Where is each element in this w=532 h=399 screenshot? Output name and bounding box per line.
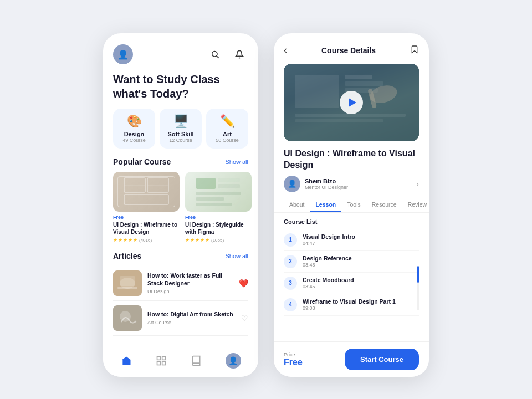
lesson-item-1[interactable]: 1 Visual Design Intro 04:47 xyxy=(284,229,419,251)
svg-rect-24 xyxy=(295,75,339,108)
scroll-indicator xyxy=(417,266,419,310)
greeting: Want to Study Class what's Today? xyxy=(103,70,258,109)
svg-rect-9 xyxy=(218,184,240,188)
article-item-1[interactable]: How to: Work faster as Full Stack Design… xyxy=(113,266,248,301)
right-header: ‹ Course Details xyxy=(274,33,429,64)
svg-rect-11 xyxy=(196,197,224,201)
articles-list: How to: Work faster as Full Stack Design… xyxy=(103,266,258,336)
greeting-title: Want to Study Class what's Today? xyxy=(113,72,248,101)
category-design[interactable]: 🎨 Design 49 Course xyxy=(113,109,155,149)
article-category-2: Art Course xyxy=(147,320,236,325)
svg-rect-4 xyxy=(124,195,168,204)
article-thumb-2 xyxy=(113,305,142,331)
lesson-info-2: Design Reference 03:45 xyxy=(303,255,352,268)
notification-icon[interactable] xyxy=(231,45,248,63)
tab-lesson[interactable]: Lesson xyxy=(310,198,341,212)
svg-line-1 xyxy=(217,56,219,58)
tab-about[interactable]: About xyxy=(284,198,310,212)
mentor-details: Shem Bizo Mentor UI Designer xyxy=(305,178,348,190)
left-phone: 👤 Want to Study Class what' xyxy=(103,33,258,377)
search-icon[interactable] xyxy=(206,45,224,63)
lesson-item-2[interactable]: 2 Design Reference 03:45 xyxy=(284,251,419,273)
scroll-thumb xyxy=(417,266,419,283)
articles-title: Articles xyxy=(113,252,141,260)
article-item-2[interactable]: How to: Digital Art from Sketch Art Cour… xyxy=(113,301,248,336)
course-card-2[interactable]: Free UI Design : Styleguide with Figma ★… xyxy=(185,172,252,243)
svg-point-0 xyxy=(212,52,217,57)
category-softskill[interactable]: 🖥️ Soft Skill 12 Course xyxy=(160,109,202,149)
header-icons xyxy=(206,45,248,63)
course-thumb-1 xyxy=(113,172,180,212)
article-like-2[interactable]: ♡ xyxy=(241,314,248,323)
category-art[interactable]: ✏️ Art 50 Course xyxy=(206,109,248,149)
course-stars-1: ★ ★ ★ ★ ★ (4016) xyxy=(113,237,180,243)
svg-rect-7 xyxy=(196,178,216,189)
bottom-nav: 👤 xyxy=(103,344,258,377)
lesson-duration-4: 09:03 xyxy=(303,305,396,311)
course-title-1: UI Design : Wireframe to Visual Design xyxy=(113,221,180,236)
mentor-avatar: 👤 xyxy=(284,176,300,192)
softskill-icon: 🖥️ xyxy=(164,114,197,129)
tab-review[interactable]: Review xyxy=(402,198,429,212)
user-avatar[interactable]: 👤 xyxy=(113,44,133,64)
course-badge-2: Free xyxy=(185,214,252,220)
design-count: 49 Course xyxy=(117,137,151,143)
tab-resource[interactable]: Resource xyxy=(366,198,402,212)
article-title-1: How to: Work faster as Full Stack Design… xyxy=(147,272,233,287)
svg-rect-19 xyxy=(157,356,160,360)
lesson-num-1: 1 xyxy=(284,233,297,247)
right-phone: ‹ Course Details xyxy=(274,33,429,377)
svg-rect-29 xyxy=(295,119,383,122)
lesson-info-3: Create Moodboard 03:45 xyxy=(303,277,354,289)
popular-section-header: Popular Course Show all xyxy=(103,157,258,172)
lesson-num-2: 2 xyxy=(284,255,297,268)
course-stars-2: ★ ★ ★ ★ ★ (1055) xyxy=(185,237,252,243)
lesson-num-4: 4 xyxy=(284,298,297,311)
lesson-info-1: Visual Design Intro 04:47 xyxy=(303,233,355,246)
articles-section-header: Articles Show all xyxy=(103,252,258,266)
lesson-item-4[interactable]: 4 Wireframe to Visual Design Part 1 09:0… xyxy=(284,294,419,316)
course-list-section: Course List 1 Visual Design Intro 04:47 … xyxy=(274,218,429,316)
svg-rect-8 xyxy=(218,178,240,182)
play-button[interactable] xyxy=(340,91,363,114)
svg-rect-2 xyxy=(124,178,145,192)
lesson-title-2: Design Reference xyxy=(303,255,352,262)
mentor-name: Shem Bizo xyxy=(305,178,348,185)
nav-book[interactable] xyxy=(186,353,206,369)
course-card-1[interactable]: Free UI Design : Wireframe to Visual Des… xyxy=(113,172,180,243)
popular-show-all[interactable]: Show all xyxy=(225,158,248,165)
price-value: Free xyxy=(284,357,345,367)
lesson-title-3: Create Moodboard xyxy=(303,277,354,283)
course-thumb-2 xyxy=(185,172,252,212)
mentor-info[interactable]: 👤 Shem Bizo Mentor UI Designer xyxy=(284,176,348,192)
play-triangle-icon xyxy=(349,98,356,107)
course-detail-title: UI Design : Wireframe to Visual Design xyxy=(274,141,429,176)
lesson-title-1: Visual Design Intro xyxy=(303,233,355,240)
art-count: 50 Course xyxy=(211,137,244,143)
price-section: Price Free xyxy=(284,352,345,367)
course-badge-1: Free xyxy=(113,214,180,220)
course-list-title: Course List xyxy=(284,218,419,225)
article-info-1: How to: Work faster as Full Stack Design… xyxy=(147,272,233,294)
bookmark-icon[interactable] xyxy=(410,45,419,56)
art-label: Art xyxy=(211,131,244,137)
softskill-count: 12 Course xyxy=(164,137,197,143)
svg-rect-26 xyxy=(345,81,383,86)
course-rating-count-2: (1055) xyxy=(211,238,224,243)
nav-home[interactable] xyxy=(116,353,136,369)
video-thumbnail[interactable] xyxy=(284,64,419,141)
svg-rect-10 xyxy=(196,192,241,195)
article-like-1[interactable]: ❤️ xyxy=(239,279,248,288)
start-course-button[interactable]: Start Course xyxy=(345,349,419,370)
design-label: Design xyxy=(117,131,151,137)
course-details-title: Course Details xyxy=(321,46,376,55)
mentor-chevron-icon[interactable]: › xyxy=(416,180,419,188)
nav-profile[interactable]: 👤 xyxy=(221,351,245,371)
price-label: Price xyxy=(284,352,345,357)
mentor-row: 👤 Shem Bizo Mentor UI Designer › xyxy=(274,176,429,198)
back-button[interactable]: ‹ xyxy=(284,44,287,56)
tab-tools[interactable]: Tools xyxy=(341,198,366,212)
lesson-item-3[interactable]: 3 Create Moodboard 03:45 xyxy=(284,273,419,294)
nav-grid[interactable] xyxy=(151,353,171,369)
articles-show-all[interactable]: Show all xyxy=(225,253,248,259)
